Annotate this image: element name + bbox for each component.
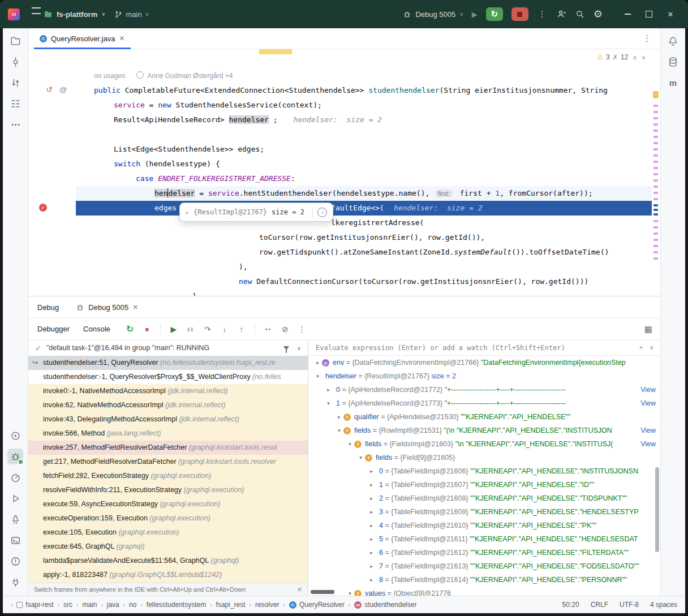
stack-frame-row[interactable]: invoke:62, NativeMethodAccessorImpl (jdk…	[28, 398, 308, 412]
stripe-mark[interactable]	[653, 251, 658, 253]
debug-session-tab[interactable]: Debug 5005 ✕	[74, 296, 140, 318]
execute-icon[interactable]	[7, 490, 23, 506]
stripe-mark[interactable]	[653, 226, 658, 229]
rerun-debug-icon[interactable]: ↻	[124, 322, 136, 336]
editor-options-icon[interactable]: ⋮	[643, 33, 660, 44]
variable-row[interactable]: ▾ffields = {RowImpl9@21531} "(\n "KJERNE…	[309, 424, 660, 437]
variable-row[interactable]: ▸0 = {TableFieldImpl@21606} ""KJERNEAPI"…	[309, 464, 660, 478]
stack-frame-row[interactable]: invoke0:-1, NativeMethodAccessorImpl (jd…	[28, 384, 308, 398]
structure-icon[interactable]	[7, 96, 23, 111]
stripe-mark[interactable]	[653, 232, 658, 235]
thread-selector[interactable]: ✓ "default task-1"@16,494 in group "main…	[28, 340, 308, 356]
breadcrumb-item[interactable]: fsapi-rest	[16, 601, 53, 609]
debug-icon[interactable]	[7, 449, 23, 464]
stripe-mark[interactable]	[653, 161, 658, 163]
evaluate-expression-bar[interactable]: Evaluate expression (Enter) or add a wat…	[309, 340, 660, 356]
run-icon[interactable]	[7, 428, 23, 443]
filter-icon[interactable]	[283, 346, 289, 350]
stripe-mark[interactable]	[653, 209, 658, 211]
stack-frame-row[interactable]: fetchField:282, ExecutionStrategy (graph…	[28, 469, 308, 483]
more-icon[interactable]: ⋮	[296, 322, 308, 336]
stripe-mark[interactable]	[653, 91, 659, 98]
chevron-right-icon[interactable]: ▸	[367, 509, 376, 515]
stack-frame-row[interactable]: execute:59, AsyncExecutionStrategy (grap…	[28, 497, 308, 511]
add-watch-icon[interactable]: +	[639, 344, 643, 351]
stack-frame-row[interactable]: invoke:43, DelegatingMethodAccessorImpl …	[28, 412, 308, 427]
chevron-down-icon[interactable]: ▾	[324, 400, 333, 406]
stripe-mark[interactable]	[653, 154, 658, 157]
prev-problem-icon[interactable]: ∧	[633, 54, 637, 61]
stripe-mark[interactable]	[653, 173, 658, 175]
file-encoding[interactable]: UTF-8	[620, 601, 639, 609]
stack-frame-row[interactable]: resolveFieldWithInfo:211, ExecutionStrat…	[28, 483, 308, 497]
problems-icon[interactable]	[7, 553, 23, 569]
run-config-selector[interactable]: Debug 5005 ∨	[403, 10, 463, 19]
stripe-mark[interactable]	[653, 167, 658, 169]
maven-icon[interactable]: m	[665, 75, 681, 91]
stripe-mark[interactable]	[653, 204, 658, 206]
breadcrumb-item[interactable]: src	[63, 601, 72, 609]
mute-breakpoints-icon[interactable]: ⊘	[279, 322, 291, 336]
plug-icon[interactable]	[7, 574, 23, 590]
code-with-me-icon[interactable]	[556, 9, 566, 19]
more-icon[interactable]	[7, 117, 23, 132]
variable-row[interactable]: ▸1 = {TableFieldImpl@21607} ""KJERNEAPI"…	[309, 478, 660, 492]
chevron-right-icon[interactable]: ▸	[367, 496, 376, 501]
stack-frame-row[interactable]: execute:645, GraphQL (graphql)	[28, 540, 308, 554]
stack-frame-row[interactable]: invoke:257, MethodFieldResolverDataFetch…	[28, 441, 308, 455]
chevron-down-icon[interactable]: ∨	[297, 345, 301, 351]
line-separator[interactable]: CRLF	[591, 601, 608, 609]
stack-frame-row[interactable]: ↪studenthendelser:51, QueryResolver (no.…	[28, 356, 308, 370]
chevron-right-icon[interactable]: ▸	[313, 360, 322, 365]
variable-row[interactable]: ▾fvalues = {Object[9]@21776	[309, 587, 660, 596]
close-tab-icon[interactable]: ✕	[132, 303, 138, 311]
inspections-widget[interactable]: ⚠ 3 ✗ 12 ∧ ∨	[595, 52, 648, 62]
stripe-mark[interactable]	[653, 239, 658, 241]
stack-frame-row[interactable]: invoke:566, Method (java.lang.reflect)	[28, 427, 308, 441]
variable-row[interactable]: ▸4 = {TableFieldImpl@21610} ""KJERNEAPI"…	[309, 519, 660, 532]
breadcrumb-item[interactable]: java	[107, 601, 119, 609]
stripe-mark[interactable]	[653, 192, 658, 194]
horizontal-scrollbar[interactable]	[311, 590, 334, 594]
breadcrumb-item[interactable]: resolver	[255, 601, 280, 609]
rocket-icon[interactable]	[7, 511, 23, 527]
info-icon[interactable]: i	[317, 208, 327, 217]
variable-row[interactable]: ▾ffields = {Field[9]@21605}	[309, 451, 660, 464]
database-icon[interactable]	[665, 54, 681, 70]
chevron-down-icon[interactable]: ▾	[313, 373, 322, 379]
more-actions-icon[interactable]: ⋮	[537, 9, 548, 19]
stack-frame-row[interactable]: get:217, MethodFieldResolverDataFetcher …	[28, 455, 308, 469]
chevron-down-icon[interactable]: ∨	[650, 344, 653, 351]
stripe-mark[interactable]	[653, 105, 658, 107]
notifications-icon[interactable]	[665, 33, 681, 49]
variable-row[interactable]: ▸7 = {TableFieldImpl@21613} ""KJERNEAPI"…	[309, 559, 660, 573]
breadcrumb-item[interactable]: no	[129, 601, 136, 609]
recursive-call-icon[interactable]: ↺	[46, 85, 53, 94]
variable-row[interactable]: ▾ffields = {FieldsImpl@21603} "\n "KJERN…	[309, 437, 660, 451]
next-problem-icon[interactable]: ∨	[642, 54, 646, 61]
layout-settings-icon[interactable]: ▦	[644, 324, 652, 334]
stack-frame-row[interactable]: apply:-1, 818223487 (graphql.GraphQL$$La…	[28, 568, 308, 582]
close-icon[interactable]: ✕	[297, 586, 302, 593]
breakpoint-icon[interactable]: ✓	[39, 204, 47, 212]
chevron-right-icon[interactable]: ▸	[367, 482, 376, 488]
stripe-mark[interactable]	[653, 142, 658, 144]
error-stripe[interactable]	[652, 49, 660, 296]
code-area[interactable]: no usagesAnne Gudman Østergård +4public …	[76, 49, 652, 296]
variable-row[interactable]: ▸penv = {DataFetchingEnvironmentImpl@217…	[309, 356, 660, 369]
stripe-mark[interactable]	[653, 179, 658, 182]
chevron-right-icon[interactable]: ▸	[367, 577, 376, 583]
view-link[interactable]: View	[640, 399, 656, 407]
close-button[interactable]: ✕	[660, 0, 681, 28]
minimize-button[interactable]	[617, 0, 638, 28]
debugger-value-popup[interactable]: ▸ {ResultImpl@21767} size = 2 i	[179, 203, 333, 222]
view-link[interactable]: View	[640, 427, 656, 434]
variable-row[interactable]: ▸0 = {ApiHendelseRecord@21772} "+-------…	[309, 383, 660, 397]
view-breakpoints-icon[interactable]: ●●	[262, 322, 274, 336]
project-icon[interactable]	[7, 33, 23, 49]
chevron-right-icon[interactable]: ▸	[335, 414, 343, 420]
stripe-mark[interactable]	[653, 123, 658, 126]
chevron-down-icon[interactable]: ▾	[356, 455, 365, 460]
pull-requests-icon[interactable]	[7, 75, 23, 91]
view-link[interactable]: View	[640, 440, 656, 448]
